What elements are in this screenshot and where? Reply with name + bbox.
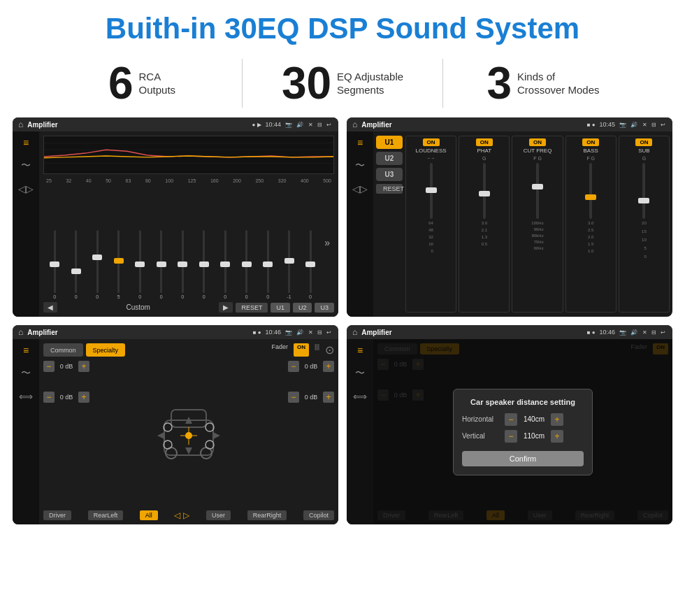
fader-tab-common[interactable]: Common — [43, 343, 83, 357]
app-name-fader: Amplifier — [27, 329, 248, 336]
dialog-vertical-row: Vertical − 110cm + — [462, 430, 584, 443]
eq-slider-1: 0 — [66, 230, 85, 299]
sidebar-expand-icon[interactable]: ⟺ — [19, 391, 33, 402]
loudness-name: LOUDNESS — [416, 148, 447, 154]
loudness-slider[interactable] — [426, 187, 437, 193]
sub-toggle[interactable]: ON — [635, 138, 652, 146]
sidebar-speaker-icon-2[interactable]: ◁▷ — [352, 183, 368, 194]
home-icon-dialog: ⌂ — [352, 327, 357, 337]
db-plus-topleft[interactable]: + — [78, 361, 89, 372]
page-root: Buith-in 30EQ DSP Sound System 6 RCA Out… — [0, 0, 685, 533]
crossover-presets: U1 U2 U3 RESET — [376, 136, 403, 313]
car-diagram — [94, 361, 284, 508]
cutfreq-toggle[interactable]: ON — [529, 138, 546, 146]
fader-copilot-btn[interactable]: Copilot — [303, 510, 334, 520]
sidebar-eq-icon[interactable]: ≡ — [23, 137, 29, 148]
stat-number-rca: 6 — [108, 61, 134, 106]
fader-user-btn[interactable]: User — [206, 510, 231, 520]
sidebar-eq-icon-3[interactable]: ≡ — [23, 345, 29, 356]
stat-label-rca: RCA Outputs — [139, 70, 176, 97]
svg-rect-0 — [44, 136, 333, 173]
left-sidebar-crossover: ≡ 〜 ◁▷ — [347, 131, 373, 317]
dialog-confirm-button[interactable]: Confirm — [462, 451, 584, 466]
bass-slider[interactable] — [585, 194, 596, 200]
app-name-dialog: Amplifier — [361, 329, 582, 336]
car-svg — [150, 396, 227, 473]
eq-next-btn[interactable]: ▶ — [219, 302, 233, 313]
left-sidebar-dialog: ≡ 〜 ⟺ — [347, 339, 373, 524]
db-minus-topright[interactable]: − — [288, 361, 299, 372]
status-icons-eq: 📷 🔊 ✕ ⊟ ↩ — [285, 122, 333, 128]
db-control-topright: − 0 dB + — [288, 361, 334, 372]
sub-slider[interactable] — [638, 198, 649, 203]
fader-driver-btn[interactable]: Driver — [43, 510, 71, 520]
dialog-vertical-stepper: − 110cm + — [505, 430, 563, 443]
db-plus-bottomleft[interactable]: + — [78, 392, 89, 403]
phat-toggle[interactable]: ON — [476, 138, 493, 146]
dialog-horizontal-plus[interactable]: + — [551, 413, 563, 426]
status-bar-crossover: ⌂ Amplifier ■ ● 10:45 📷 🔊 ✕ ⊟ ↩ — [347, 117, 672, 131]
dialog-vertical-minus[interactable]: − — [505, 430, 517, 443]
fader-nav-right[interactable]: ▷ — [183, 510, 189, 520]
eq-u1-btn[interactable]: U1 — [271, 303, 290, 313]
cutfreq-name: CUT FREQ — [524, 148, 552, 154]
channel-cutfreq: ON CUT FREQ F G 100Hz90Hz80kHz70Hz60Hz — [512, 136, 563, 313]
db-plus-bottomright[interactable]: + — [323, 392, 334, 403]
dialog-vertical-label: Vertical — [462, 432, 500, 440]
db-minus-bottomleft[interactable]: − — [43, 392, 55, 403]
sidebar-wave-icon-4[interactable]: 〜 — [355, 367, 365, 380]
eq-slider-3: 5 — [108, 230, 128, 299]
dialog-horizontal-minus[interactable]: − — [505, 413, 517, 426]
preset-u2-btn[interactable]: U2 — [376, 152, 403, 165]
status-bar-fader: ⌂ Amplifier ■ ● 10:46 📷 🔊 ✕ ⊟ ↩ — [13, 325, 338, 339]
fader-toggle[interactable]: ON — [294, 343, 309, 357]
eq-slider-2: 0 — [87, 230, 107, 299]
stat-eq: 30 EQ Adjustable Segments — [243, 61, 442, 106]
dialog-vertical-plus[interactable]: + — [551, 430, 563, 443]
sidebar-speaker-icon[interactable]: ◁▷ — [18, 183, 34, 194]
sidebar-eq-icon-2[interactable]: ≡ — [357, 137, 363, 148]
fader-nav-left[interactable]: ◁ — [174, 510, 180, 520]
fader-bars-icon: ||| — [315, 343, 319, 357]
eq-reset-btn[interactable]: RESET — [236, 303, 268, 313]
fader-rearright-btn[interactable]: RearRight — [247, 510, 287, 520]
sub-name: SUB — [638, 148, 649, 154]
loudness-toggle[interactable]: ON — [423, 138, 440, 146]
fader-left-controls: − 0 dB + − 0 dB + — [43, 361, 89, 508]
sidebar-wave-icon-2[interactable]: 〜 — [355, 159, 365, 172]
phat-slider[interactable] — [479, 191, 490, 196]
eq-prev-btn[interactable]: ◀ — [43, 302, 57, 313]
cutfreq-slider[interactable] — [532, 184, 543, 189]
db-plus-topright[interactable]: + — [323, 361, 334, 372]
eq-scroll-right[interactable]: » — [322, 234, 333, 251]
svg-marker-17 — [185, 447, 192, 454]
eq-slider-5: 0 — [151, 230, 171, 299]
left-sidebar-fader: ≡ 〜 ⟺ — [13, 339, 39, 524]
sidebar-wave-icon[interactable]: 〜 — [21, 159, 31, 172]
eq-u3-btn[interactable]: U3 — [315, 303, 334, 313]
eq-slider-4: 0 — [130, 230, 150, 299]
preset-u3-btn[interactable]: U3 — [376, 168, 403, 181]
left-sidebar-eq: ≡ 〜 ◁▷ — [13, 131, 39, 317]
fader-rearleft-btn[interactable]: RearLeft — [88, 510, 124, 520]
status-icons-fader: 📷 🔊 ✕ ⊟ ↩ — [285, 329, 333, 336]
fader-body: − 0 dB + − 0 dB + — [43, 361, 334, 508]
fader-settings-icon[interactable]: ⊙ — [325, 343, 334, 357]
db-value-topright: 0 dB — [301, 363, 321, 370]
status-time-dialog: 10:46 — [600, 329, 616, 336]
dialog-box: Car speaker distance setting Horizontal … — [453, 389, 593, 475]
eq-u2-btn[interactable]: U2 — [293, 303, 312, 313]
crossover-reset-btn[interactable]: RESET — [376, 184, 403, 194]
eq-freq-labels: 25 32 40 50 63 80 100 125 160 200 250 32… — [43, 178, 334, 183]
sidebar-expand-icon-4[interactable]: ⟺ — [353, 391, 367, 402]
status-time-eq: 10:44 — [266, 121, 282, 128]
fader-all-btn[interactable]: All — [140, 510, 158, 520]
bass-toggle[interactable]: ON — [582, 138, 599, 146]
preset-u1-btn[interactable]: U1 — [376, 136, 403, 149]
sidebar-eq-icon-4[interactable]: ≡ — [357, 345, 363, 356]
sidebar-wave-icon-3[interactable]: 〜 — [21, 367, 31, 380]
db-minus-bottomright[interactable]: − — [288, 392, 299, 403]
fader-tab-specialty[interactable]: Specialty — [86, 343, 126, 357]
db-minus-topleft[interactable]: − — [43, 361, 55, 372]
db-control-topleft: − 0 dB + — [43, 361, 89, 372]
